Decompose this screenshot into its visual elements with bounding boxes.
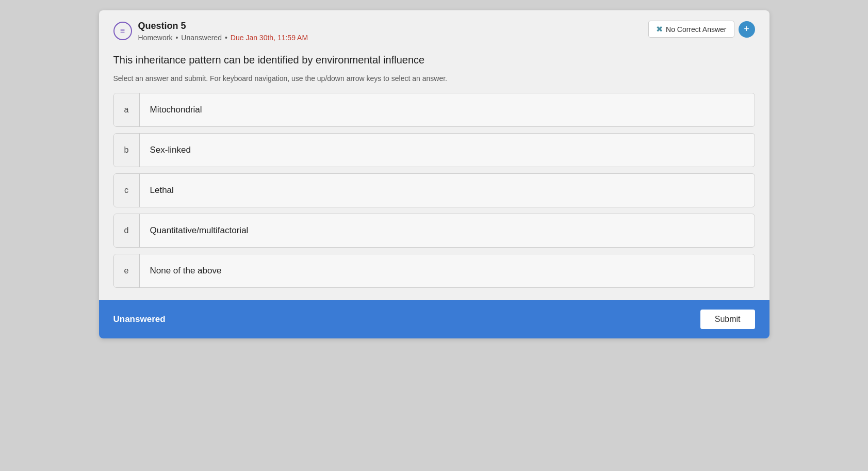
answer-text: Quantitative/multifactorial — [140, 214, 755, 247]
card-footer: Unanswered Submit — [99, 300, 769, 338]
answer-text: None of the above — [140, 254, 755, 287]
answer-option[interactable]: aMitochondrial — [113, 93, 755, 127]
footer-status: Unanswered — [113, 314, 166, 324]
question-title: Question 5 — [138, 21, 308, 31]
no-correct-answer-label: No Correct Answer — [666, 25, 726, 34]
plus-button[interactable]: + — [739, 21, 755, 38]
answer-option[interactable]: bSex-linked — [113, 133, 755, 167]
question-subtitle: Homework • Unanswered • Due Jan 30th, 11… — [138, 34, 308, 42]
dot-1: • — [175, 34, 178, 42]
question-icon: ≡ — [113, 22, 132, 40]
dot-2: • — [225, 34, 227, 42]
instruction-text: Select an answer and submit. For keyboar… — [99, 74, 769, 93]
answer-text: Lethal — [140, 174, 755, 207]
answer-letter: e — [114, 254, 140, 287]
header-right: ✖ No Correct Answer + — [648, 21, 755, 38]
header-left: ≡ Question 5 Homework • Unanswered • Due… — [113, 21, 308, 42]
answer-option[interactable]: dQuantitative/multifactorial — [113, 214, 755, 248]
question-card: ≡ Question 5 Homework • Unanswered • Due… — [99, 10, 769, 338]
answers-list: aMitochondrialbSex-linkedcLethaldQuantit… — [99, 93, 769, 288]
card-header: ≡ Question 5 Homework • Unanswered • Due… — [99, 10, 769, 50]
question-status: Unanswered — [181, 34, 222, 42]
answer-option[interactable]: cLethal — [113, 173, 755, 207]
no-correct-icon: ✖ — [656, 24, 663, 34]
plus-icon: + — [744, 24, 749, 35]
answer-letter: a — [114, 93, 140, 126]
answer-option[interactable]: eNone of the above — [113, 254, 755, 288]
question-icon-symbol: ≡ — [120, 26, 125, 36]
no-correct-answer-button[interactable]: ✖ No Correct Answer — [648, 21, 734, 38]
question-type: Homework — [138, 34, 173, 42]
submit-button[interactable]: Submit — [700, 310, 755, 329]
answer-text: Sex-linked — [140, 134, 755, 167]
due-date: Due Jan 30th, 11:59 AM — [231, 34, 308, 42]
question-text: This inheritance pattern can be identifi… — [99, 50, 769, 74]
answer-letter: b — [114, 134, 140, 167]
header-meta: Question 5 Homework • Unanswered • Due J… — [138, 21, 308, 42]
answer-text: Mitochondrial — [140, 93, 755, 126]
answer-letter: c — [114, 174, 140, 207]
answer-letter: d — [114, 214, 140, 247]
